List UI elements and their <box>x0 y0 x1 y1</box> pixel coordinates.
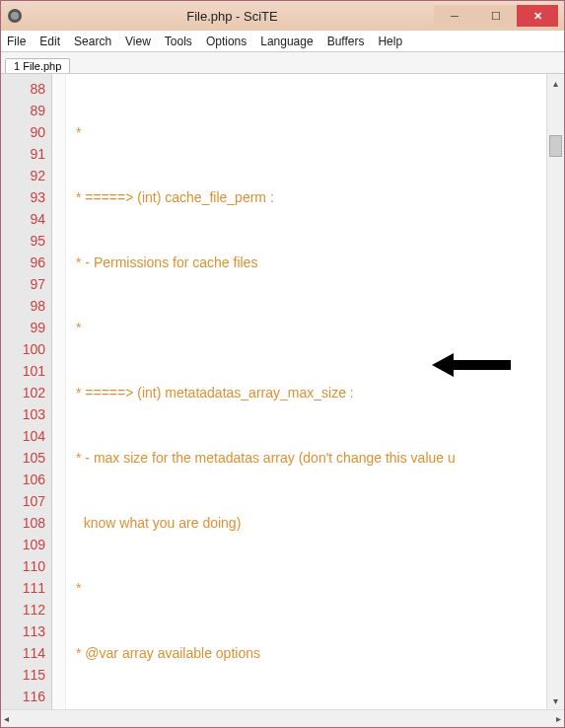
window-title: File.php - SciTE <box>31 9 434 24</box>
code-text: * <box>76 317 81 338</box>
line-number: 113 <box>1 620 45 642</box>
line-number: 98 <box>1 295 45 317</box>
titlebar[interactable]: File.php - SciTE ─ ☐ ✕ <box>1 1 564 31</box>
line-number: 110 <box>1 555 45 577</box>
line-number: 108 <box>1 512 45 534</box>
close-button[interactable]: ✕ <box>517 5 558 27</box>
line-number: 91 <box>1 143 45 165</box>
line-number: 115 <box>1 664 45 686</box>
code-text: * - max size for the metadatas array (do… <box>76 447 456 469</box>
app-window: File.php - SciTE ─ ☐ ✕ File Edit Search … <box>0 0 565 728</box>
line-number: 93 <box>1 186 45 208</box>
menu-help[interactable]: Help <box>378 35 402 48</box>
line-gutter: 88 89 90 91 92 93 94 95 96 97 98 99 100 … <box>1 74 52 709</box>
scroll-down-icon[interactable]: ▾ <box>547 692 564 709</box>
line-number: 107 <box>1 490 45 512</box>
maximize-button[interactable]: ☐ <box>475 5 517 27</box>
menubar: File Edit Search View Tools Options Lang… <box>1 31 564 52</box>
menu-search[interactable]: Search <box>74 35 111 48</box>
line-number: 95 <box>1 230 45 252</box>
tabbar: 1 File.php <box>1 52 564 74</box>
code-text: * =====> (int) metatadatas_array_max_siz… <box>76 382 354 403</box>
line-number: 92 <box>1 165 45 186</box>
menu-view[interactable]: View <box>125 35 151 48</box>
line-number: 104 <box>1 425 45 447</box>
menu-edit[interactable]: Edit <box>39 35 60 48</box>
line-number: 106 <box>1 469 45 490</box>
line-number: 97 <box>1 273 45 295</box>
line-number: 102 <box>1 382 45 403</box>
line-number: 94 <box>1 208 45 230</box>
line-number: 90 <box>1 121 45 143</box>
line-number: 88 <box>1 78 45 100</box>
menu-tools[interactable]: Tools <box>165 35 192 48</box>
line-number: 100 <box>1 338 45 360</box>
scroll-thumb[interactable] <box>549 135 562 157</box>
horizontal-scrollbar[interactable]: ◂ ▸ <box>1 709 564 727</box>
code-area[interactable]: * * =====> (int) cache_file_perm : * - P… <box>66 74 546 709</box>
line-number: 99 <box>1 317 45 338</box>
line-number: 114 <box>1 642 45 664</box>
menu-language[interactable]: Language <box>260 35 313 48</box>
line-number: 111 <box>1 577 45 599</box>
code-text: * - Permissions for cache files <box>76 252 257 273</box>
vertical-scrollbar[interactable]: ▴ ▾ <box>546 74 564 709</box>
code-text: * @var array available options <box>76 642 260 664</box>
line-number: 112 <box>1 599 45 620</box>
line-number: 105 <box>1 447 45 469</box>
svg-marker-2 <box>432 353 511 377</box>
minimize-button[interactable]: ─ <box>434 5 475 27</box>
code-text: * =====> (int) cache_file_perm : <box>76 186 274 208</box>
window-buttons: ─ ☐ ✕ <box>434 5 558 27</box>
code-text: know what you are doing) <box>76 512 241 534</box>
code-text: * <box>76 577 81 599</box>
code-text: */ <box>76 707 85 709</box>
line-number: 116 <box>1 686 45 707</box>
fold-margin[interactable] <box>52 74 66 709</box>
svg-point-1 <box>11 12 19 20</box>
menu-file[interactable]: File <box>7 35 26 48</box>
menu-buffers[interactable]: Buffers <box>327 35 365 48</box>
scroll-up-icon[interactable]: ▴ <box>547 74 564 92</box>
line-number: 109 <box>1 534 45 555</box>
line-number: 101 <box>1 360 45 382</box>
code-text: * <box>76 121 81 143</box>
line-number: 103 <box>1 403 45 425</box>
annotation-arrow-icon <box>401 328 511 407</box>
menu-options[interactable]: Options <box>206 35 247 48</box>
app-icon <box>7 8 23 24</box>
line-number: 89 <box>1 100 45 121</box>
tab-file[interactable]: 1 File.php <box>5 58 70 73</box>
scroll-left-icon[interactable]: ◂ <box>4 713 9 724</box>
scroll-right-icon[interactable]: ▸ <box>556 713 561 724</box>
line-number: 96 <box>1 252 45 273</box>
code-editor[interactable]: 88 89 90 91 92 93 94 95 96 97 98 99 100 … <box>1 74 564 709</box>
